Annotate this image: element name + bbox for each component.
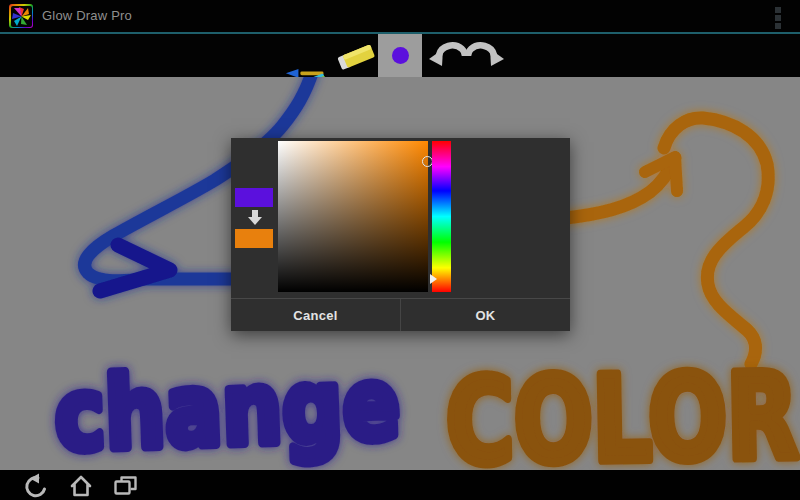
recent-apps-button[interactable] bbox=[112, 473, 139, 500]
hue-marker[interactable] bbox=[430, 274, 437, 284]
action-bar: Glow Draw Pro bbox=[0, 0, 800, 32]
eraser-icon bbox=[336, 36, 378, 76]
toolbar bbox=[0, 34, 800, 77]
starburst-icon bbox=[12, 7, 31, 26]
dialog-button-bar: Cancel OK bbox=[231, 298, 570, 331]
undo-button[interactable] bbox=[427, 34, 467, 77]
orange-arrow-stroke bbox=[566, 118, 768, 364]
canvas-word-change: change bbox=[53, 345, 402, 470]
color-picker-dialog: Cancel OK bbox=[231, 138, 570, 331]
brushes-tool-button[interactable] bbox=[283, 34, 337, 77]
ok-button[interactable]: OK bbox=[401, 299, 570, 331]
back-icon bbox=[22, 473, 48, 499]
recent-apps-icon bbox=[112, 473, 139, 499]
app-icon bbox=[9, 4, 33, 28]
home-button[interactable] bbox=[68, 473, 94, 500]
current-color-swatch bbox=[235, 188, 273, 207]
system-navigation-bar: 3:38 bbox=[0, 470, 800, 500]
saturation-value-panel[interactable] bbox=[278, 141, 428, 292]
redo-icon bbox=[466, 39, 506, 73]
home-icon bbox=[68, 473, 94, 499]
arrow-down-icon bbox=[248, 210, 262, 226]
eraser-tool-button[interactable] bbox=[336, 34, 378, 77]
new-color-swatch bbox=[235, 229, 273, 248]
brushes-icon bbox=[283, 34, 337, 78]
app-title: Glow Draw Pro bbox=[42, 0, 132, 32]
canvas-word-color: COLOR bbox=[445, 347, 799, 470]
undo-icon bbox=[427, 39, 467, 73]
selected-color-dot bbox=[392, 47, 409, 64]
color-picker-tool-button[interactable] bbox=[378, 34, 422, 77]
back-button[interactable] bbox=[22, 473, 48, 500]
hue-slider[interactable] bbox=[432, 141, 451, 292]
cancel-button[interactable]: Cancel bbox=[231, 299, 401, 331]
redo-button[interactable] bbox=[466, 34, 506, 77]
overflow-menu-icon[interactable] bbox=[775, 7, 781, 29]
